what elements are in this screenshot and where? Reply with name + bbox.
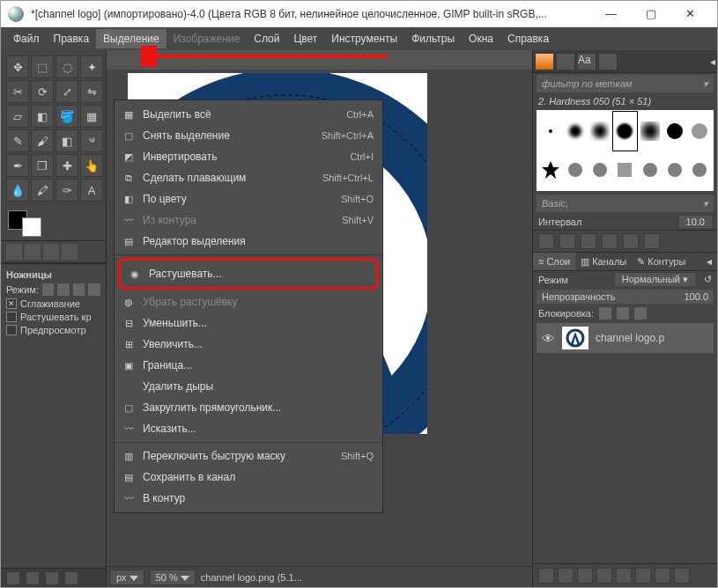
tool-clone[interactable]: ❐ <box>31 154 54 177</box>
brush-edit-icon[interactable] <box>538 233 554 249</box>
menuitem-rounded-rect[interactable]: ▢Закруглить прямоугольник... <box>115 397 382 418</box>
brush-splat4[interactable] <box>662 151 686 190</box>
history-tab[interactable] <box>598 53 618 70</box>
delete-layer-icon[interactable] <box>674 568 690 584</box>
tool-eraser[interactable]: ◧ <box>56 129 78 152</box>
brush-soft-mid[interactable] <box>588 112 612 151</box>
menuitem-to-path[interactable]: 〰В контур <box>115 488 382 509</box>
tool-flip[interactable]: ⇋ <box>80 80 103 103</box>
menu-select[interactable]: Выделение <box>96 29 167 48</box>
menuitem-distort[interactable]: 〰Исказить... <box>115 418 382 439</box>
tb-icon-1[interactable] <box>6 571 20 585</box>
menu-file[interactable]: Файл <box>6 29 47 48</box>
menuitem-feather[interactable]: ◉Растушевать... <box>121 261 376 287</box>
lower-layer-icon[interactable] <box>596 568 612 584</box>
brush-new-icon[interactable] <box>559 233 575 249</box>
minimize-button[interactable]: — <box>591 2 631 26</box>
menuitem-from-path[interactable]: 〰Из контураShift+V <box>115 209 382 231</box>
menuitem-toggle-quickmask[interactable]: ▥Переключить быструю маскуShift+Q <box>115 445 382 467</box>
menu-image[interactable]: Изображение <box>167 29 248 48</box>
brush-del-icon[interactable] <box>602 233 618 249</box>
tool-brush[interactable]: 🖌 <box>31 129 54 152</box>
menuitem-grow[interactable]: ⊞Увеличить... <box>115 334 382 355</box>
menu-color[interactable]: Цвет <box>286 29 324 48</box>
lock-pixels-icon[interactable] <box>599 307 611 320</box>
layer-name[interactable]: channel logo.p <box>596 332 664 344</box>
tool-fuzzy-select[interactable]: ✦ <box>80 55 103 78</box>
devices-tab[interactable] <box>25 244 41 260</box>
panel-menu-icon[interactable]: ◂ <box>710 55 715 68</box>
menuitem-remove-holes[interactable]: Удалить дыры <box>115 376 382 397</box>
anchor-icon[interactable] <box>655 568 670 584</box>
antialias-checkbox[interactable]: ✕ <box>6 298 17 309</box>
merge-down-icon[interactable] <box>635 568 651 584</box>
status-unit[interactable]: px <box>110 570 144 585</box>
fonts-tab[interactable]: Aa <box>577 53 596 70</box>
menuitem-border[interactable]: ▣Граница... <box>115 355 382 376</box>
maximize-button[interactable]: ▢ <box>631 2 670 26</box>
brush-splat5[interactable] <box>688 151 712 190</box>
brush-star[interactable] <box>538 151 562 190</box>
tool-dodge[interactable]: 🖍 <box>31 179 54 202</box>
brush-splat2[interactable] <box>588 151 612 190</box>
tool-smudge[interactable]: 👆 <box>80 154 103 177</box>
menuitem-select-none[interactable]: ▢Снять выделениеShift+Ctrl+A <box>115 125 382 146</box>
tool-rect-select[interactable]: ⬚ <box>31 55 54 78</box>
status-zoom[interactable]: 50 % <box>150 570 196 585</box>
brush-refresh-icon[interactable] <box>623 233 639 249</box>
lock-alpha-icon[interactable] <box>634 307 647 320</box>
brush-dup-icon[interactable] <box>581 233 596 249</box>
brush-noise[interactable] <box>688 112 712 151</box>
images-tab[interactable] <box>62 244 78 260</box>
tool-airbrush[interactable]: ༄ <box>80 129 103 152</box>
menuitem-sharpen[interactable]: ◍Убрать растушёвку <box>115 291 382 312</box>
brush-hard[interactable] <box>662 112 686 151</box>
tool-ink[interactable]: ✒ <box>6 154 29 177</box>
tool-move[interactable]: ✥ <box>6 55 29 78</box>
brush-splat3[interactable] <box>638 151 662 190</box>
menu-windows[interactable]: Окна <box>462 29 500 48</box>
bg-color-swatch[interactable] <box>22 217 41 237</box>
preview-checkbox[interactable] <box>6 325 17 335</box>
lock-position-icon[interactable] <box>617 307 629 320</box>
tool-path[interactable]: ✑ <box>56 179 78 202</box>
menuitem-select-all[interactable]: ▦Выделить всёCtrl+A <box>115 104 382 125</box>
brush-chalk[interactable] <box>613 151 637 190</box>
brush-hard-050[interactable] <box>613 112 637 151</box>
tb-icon-3[interactable] <box>45 571 59 585</box>
brush-open-icon[interactable] <box>644 233 660 249</box>
brush-dot[interactable] <box>538 112 562 151</box>
tb-icon-2[interactable] <box>26 571 40 585</box>
mode-replace-icon[interactable] <box>42 283 55 296</box>
brush-splat1[interactable] <box>563 151 587 190</box>
visibility-toggle-icon[interactable]: 👁 <box>542 331 555 346</box>
menuitem-save-to-channel[interactable]: ▤Сохранить в канал <box>115 467 382 488</box>
brush-soft-small[interactable] <box>563 112 587 151</box>
menu-help[interactable]: Справка <box>500 29 556 48</box>
tool-free-select[interactable]: ◌ <box>56 55 78 78</box>
reset-icon[interactable]: ↺ <box>704 274 712 285</box>
menuitem-shrink[interactable]: ⊟Уменьшить... <box>115 312 382 334</box>
tag-filter-input[interactable]: фильтр по меткам▾ <box>537 75 714 92</box>
menuitem-float[interactable]: ⧉Сделать плавающимShift+Ctrl+L <box>115 167 382 188</box>
raise-layer-icon[interactable] <box>577 568 593 584</box>
tool-gradient[interactable]: ▦ <box>80 105 103 128</box>
brush-preset-select[interactable]: Basic,▾ <box>537 195 714 212</box>
tab-paths[interactable]: ✎ Контуры <box>632 253 691 270</box>
feather-checkbox[interactable] <box>6 312 17 322</box>
tool-perspective[interactable]: ▱ <box>6 105 29 128</box>
menu-filters[interactable]: Фильтры <box>404 29 462 48</box>
dup-layer-icon[interactable] <box>616 568 632 584</box>
menuitem-selection-editor[interactable]: ▤Редактор выделения <box>115 231 382 252</box>
tool-crop[interactable]: ✂ <box>6 80 29 103</box>
tb-icon-4[interactable] <box>64 571 78 585</box>
tool-heal[interactable]: ✚ <box>56 154 78 177</box>
mode-add-icon[interactable] <box>57 283 70 296</box>
tool-unified[interactable]: ◧ <box>31 105 54 128</box>
menuitem-by-color[interactable]: ◧По цветуShift+O <box>115 188 382 209</box>
mode-sub-icon[interactable] <box>73 283 85 296</box>
layer-group-icon[interactable] <box>558 568 574 584</box>
tool-scale[interactable]: ⤢ <box>56 80 78 103</box>
patterns-tab[interactable] <box>556 53 575 70</box>
close-button[interactable]: ✕ <box>670 2 710 26</box>
